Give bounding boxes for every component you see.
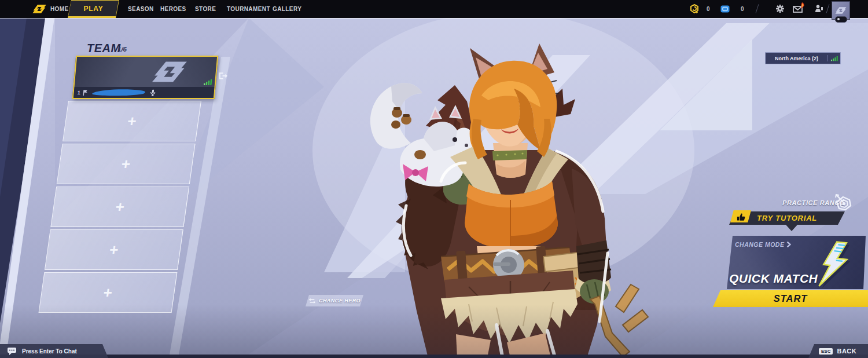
chat-hint-bar[interactable]: Press Enter To Chat bbox=[0, 344, 108, 358]
nav-item-season[interactable]: SEASON bbox=[128, 6, 154, 12]
flag-icon bbox=[83, 90, 88, 96]
top-nav-bar: HOME PLAY SEASON HEROES STORE TOURNAMENT… bbox=[0, 0, 868, 18]
change-hero-label: CHANGE HERO bbox=[319, 298, 361, 304]
blue-currency-value: 0 bbox=[741, 6, 744, 12]
start-button[interactable]: START bbox=[713, 290, 868, 307]
practice-range-target-icon[interactable] bbox=[834, 194, 853, 212]
microphone-icon[interactable] bbox=[150, 89, 156, 96]
player-name-censored bbox=[90, 89, 148, 96]
nav-item-gallery[interactable]: GALLERY bbox=[273, 6, 301, 12]
server-selector[interactable]: North America (2) bbox=[765, 52, 841, 64]
leave-team-icon[interactable] bbox=[219, 72, 229, 80]
nav-divider bbox=[756, 4, 759, 13]
chat-hint-label: Press Enter To Chat bbox=[22, 348, 77, 355]
server-region-label: North America (2) bbox=[766, 56, 827, 61]
back-label: BACK bbox=[837, 348, 856, 355]
empty-team-slot-3[interactable]: + bbox=[57, 144, 196, 184]
change-mode-button[interactable]: CHANGE MODE bbox=[735, 241, 791, 248]
player-card[interactable]: 1 bbox=[72, 56, 219, 99]
try-tutorial-button[interactable]: TRY TUTORIAL bbox=[729, 211, 845, 231]
card-logo-watermark bbox=[126, 59, 214, 85]
nav-underline bbox=[0, 18, 868, 19]
gold-currency-value: 0 bbox=[707, 6, 710, 12]
play-screen: HOME PLAY SEASON HEROES STORE TOURNAMENT… bbox=[0, 0, 868, 358]
player-level: 1 bbox=[77, 90, 80, 96]
connection-signal-icon bbox=[204, 79, 212, 85]
change-mode-label: CHANGE MODE bbox=[735, 241, 784, 248]
server-ping-icon bbox=[831, 56, 838, 61]
thumbs-up-icon bbox=[730, 210, 751, 222]
swap-arrows-icon bbox=[308, 298, 316, 304]
friends-icon[interactable] bbox=[815, 5, 823, 13]
chevron-right-icon bbox=[786, 242, 791, 247]
nav-item-store[interactable]: STORE bbox=[195, 6, 216, 12]
selected-mode-card[interactable]: CHANGE MODE QUICK MATCH bbox=[727, 236, 866, 289]
nav-divider bbox=[826, 4, 830, 13]
empty-team-slot-5[interactable]: + bbox=[45, 229, 183, 270]
nav-item-heroes[interactable]: HEROES bbox=[160, 6, 186, 12]
change-hero-button[interactable]: CHANGE HERO bbox=[306, 295, 363, 306]
nav-item-tournament[interactable]: TOURNAMENT bbox=[227, 6, 270, 12]
empty-team-slot-4[interactable]: + bbox=[50, 187, 189, 227]
hero-portrait-squirrel-girl bbox=[341, 32, 665, 358]
avatar-status-badge bbox=[835, 16, 847, 23]
chat-bubble-icon bbox=[7, 347, 17, 356]
empty-team-slot-6[interactable]: + bbox=[39, 272, 178, 313]
empty-team-slot-2[interactable]: + bbox=[62, 101, 201, 141]
gold-currency-icon[interactable] bbox=[690, 4, 700, 14]
blue-currency-icon[interactable] bbox=[720, 5, 730, 13]
start-label: START bbox=[774, 293, 807, 304]
bottom-edge-strip bbox=[0, 355, 868, 358]
avatar-logo-icon bbox=[834, 6, 847, 15]
nav-item-home[interactable]: HOME bbox=[50, 6, 69, 12]
back-button[interactable]: ESC BACK bbox=[808, 344, 868, 358]
player-info-bar: 1 bbox=[73, 87, 215, 98]
esc-key-badge: ESC bbox=[819, 348, 833, 355]
team-title: TEAM bbox=[87, 42, 121, 55]
mode-name: QUICK MATCH bbox=[729, 272, 818, 286]
rivals-logo-icon bbox=[30, 3, 49, 14]
settings-gear-icon[interactable] bbox=[775, 4, 785, 13]
team-count: 1/6 bbox=[117, 46, 127, 53]
nav-tab-play-label: PLAY bbox=[83, 5, 103, 13]
nav-tab-play[interactable]: PLAY bbox=[68, 0, 119, 18]
mail-icon[interactable] bbox=[793, 2, 806, 14]
server-divider bbox=[827, 55, 828, 61]
